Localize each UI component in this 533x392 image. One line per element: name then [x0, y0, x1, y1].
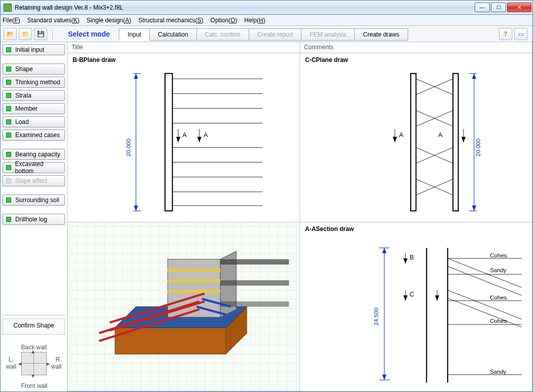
svg-text:Cohes.: Cohes. [490, 252, 508, 258]
window-title: Retaining wall design Ver.8 - Mix3+2.f8L [15, 4, 474, 11]
svg-text:20.000: 20.000 [475, 139, 481, 156]
tab-create-draws[interactable]: Create draws [354, 28, 408, 41]
compass-front-label: Front wall [21, 382, 48, 389]
svg-line-71 [448, 267, 522, 296]
svg-marker-3 [134, 74, 138, 79]
menu-file[interactable]: File(F) [3, 17, 20, 24]
open-button[interactable]: 📂 [4, 28, 17, 40]
svg-line-73 [448, 298, 522, 327]
mode-label: Select mode [68, 30, 110, 38]
folder-icon: 📁 [22, 30, 29, 38]
svg-rect-50 [168, 269, 220, 272]
svg-marker-88 [404, 296, 408, 301]
sidebar-label: Initial input [15, 46, 44, 53]
status-dot-icon [6, 152, 11, 157]
svg-text:24.500: 24.500 [373, 308, 379, 325]
mode-tabs: Input Calculation Calc. confirm Create r… [119, 27, 407, 41]
svg-text:A: A [438, 132, 443, 139]
sidebar-item-excavated-bottom[interactable]: Excavated bottom [3, 162, 65, 173]
panel-title: A-ASection draw [305, 225, 527, 233]
sidebar-label: Excavated bottom [15, 160, 61, 175]
tab-create-report[interactable]: Create report [249, 28, 302, 41]
svg-rect-52 [168, 290, 220, 293]
sidebar-label: Strata [15, 92, 31, 99]
status-dot-icon [6, 217, 11, 222]
sidebar: Initial input Shape Thinking method Stra… [1, 42, 68, 391]
panel-cc-plane[interactable]: C-CPlane draw 20.000 [300, 53, 532, 222]
menu-help[interactable]: Help(H) [244, 17, 265, 24]
panel-title: B-BPlane draw [73, 56, 294, 63]
svg-marker-17 [176, 137, 180, 142]
sidebar-label: Member [15, 105, 38, 112]
menu-standard-values[interactable]: Standard values(K) [27, 17, 80, 24]
menu-single-design[interactable]: Single design(A) [86, 17, 131, 24]
tab-fem-analysis[interactable]: FEM analysis [301, 28, 355, 41]
status-dot-icon [6, 106, 11, 111]
svg-rect-29 [453, 74, 458, 211]
tab-input[interactable]: Input [119, 28, 150, 41]
sidebar-label: Examined cases [15, 132, 60, 139]
svg-marker-42 [461, 137, 465, 142]
view-3d[interactable] [68, 222, 299, 391]
svg-marker-20 [197, 137, 202, 142]
sidebar-item-strata[interactable]: Strata [3, 90, 65, 101]
sidebar-item-drillhole-log[interactable]: Drillhole log [3, 214, 65, 225]
menu-structural-mechanics[interactable]: Structural mechanics(S) [139, 17, 204, 24]
minimize-button[interactable]: — [475, 3, 490, 12]
status-dot-icon [6, 67, 11, 72]
panel-bb-plane[interactable]: B-BPlane draw 20.000 [68, 53, 300, 222]
bb-plane-diagram: 20.000 [73, 66, 294, 219]
sidebar-label: Drillhole log [15, 216, 47, 223]
sidebar-label: Load [15, 118, 29, 125]
svg-text:A: A [204, 132, 208, 139]
sidebar-item-load[interactable]: Load [3, 116, 65, 127]
svg-marker-26 [472, 206, 476, 211]
wall-compass[interactable]: Back wall L.wall R.wall Front wall ◂ ▸ ▴… [6, 339, 62, 389]
sidebar-item-bearing-capacity[interactable]: Bearing capacity [3, 149, 65, 160]
column-header-comments: Comments [300, 42, 532, 53]
sidebar-item-slope-effect: Slope effect [3, 175, 65, 186]
sidebar-item-surrounding-soil[interactable]: Surrounding soil [3, 194, 65, 206]
menu-option[interactable]: Option(O) [211, 17, 238, 24]
confirm-shape-panel: Confirm Shape Back wall L.wall R.wall Fr… [3, 315, 65, 389]
compass-left-label: L.wall [6, 356, 17, 370]
column-header-title: Title [68, 42, 300, 53]
sidebar-item-examined-cases[interactable]: Examined cases [3, 129, 65, 141]
status-dot-icon [6, 80, 11, 85]
save-button[interactable]: 💾 [34, 28, 47, 40]
status-dot-icon [6, 198, 11, 203]
floppy-icon: 💾 [37, 30, 45, 38]
svg-rect-51 [168, 279, 220, 282]
sidebar-item-thinking-method[interactable]: Thinking method [3, 77, 65, 88]
status-dot-icon [6, 178, 11, 183]
status-dot-icon [6, 119, 11, 124]
svg-text:A: A [182, 132, 187, 139]
help-button[interactable]: ? [499, 28, 512, 40]
panel-3d-view[interactable] [68, 222, 300, 391]
tab-calc-confirm[interactable]: Calc. confirm [196, 28, 249, 41]
status-dot-icon [6, 93, 11, 98]
card-icon: ▭ [518, 30, 524, 38]
sidebar-label: Surrounding soil [15, 197, 59, 204]
svg-marker-39 [393, 137, 397, 142]
status-dot-icon [6, 133, 11, 138]
svg-marker-53 [220, 259, 289, 265]
compass-right-label: R.wall [51, 356, 62, 370]
svg-rect-6 [165, 74, 173, 211]
model-3d-icon [68, 222, 299, 391]
sidebar-item-initial-input[interactable]: Initial input [3, 44, 65, 55]
svg-marker-66 [382, 375, 386, 380]
svg-text:20.000: 20.000 [125, 139, 131, 156]
settings-button[interactable]: ▭ [514, 28, 527, 40]
sidebar-label: Bearing capacity [15, 151, 60, 158]
tab-calculation[interactable]: Calculation [149, 28, 196, 41]
open-alt-button[interactable]: 📁 [19, 28, 32, 40]
maximize-button[interactable]: ☐ [491, 3, 506, 12]
confirm-shape-label: Confirm Shape [3, 318, 65, 335]
sidebar-item-shape[interactable]: Shape [3, 63, 65, 75]
question-icon: ? [504, 30, 507, 38]
sidebar-item-member[interactable]: Member [3, 103, 65, 114]
panel-aa-section[interactable]: A-ASection draw 24.500 [300, 222, 532, 391]
close-button[interactable]: ✕ [507, 3, 531, 12]
app-icon [4, 4, 12, 12]
